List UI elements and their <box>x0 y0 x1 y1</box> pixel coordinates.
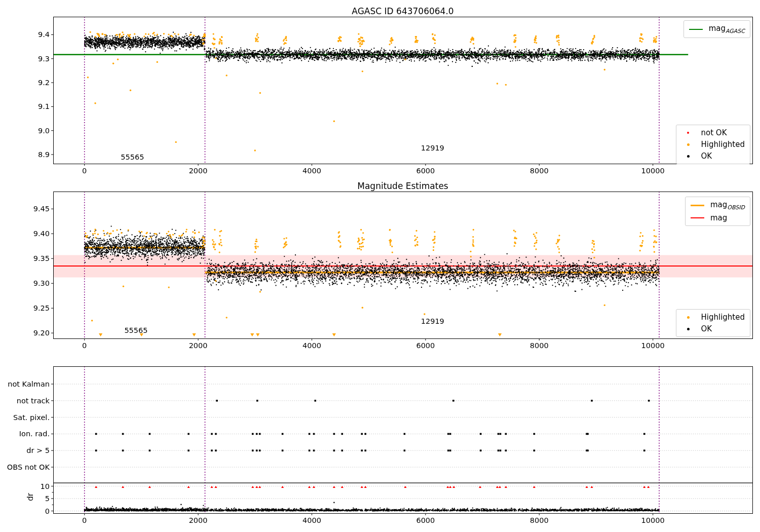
legend-row: Highlighted <box>681 313 745 322</box>
legend-label-mag-agasc: magAGASC <box>709 24 745 34</box>
legend-row: magAGASC <box>689 24 745 34</box>
red-dot-icon <box>681 132 695 134</box>
dr-axis-label: dr <box>26 493 35 501</box>
obsid-annotation: 12919 <box>421 144 444 152</box>
legend-label-ok: OK <box>701 324 712 333</box>
black-dot-icon <box>681 328 695 330</box>
obsid-annotation: 55565 <box>124 326 147 334</box>
legend-row: magOBSID <box>691 200 745 211</box>
legend-label-ok: OK <box>701 151 712 161</box>
legend-label-highlighted: Highlighted <box>701 140 745 149</box>
legend-row: mag <box>691 213 745 222</box>
legend-row: OK <box>681 151 745 161</box>
legend-mag-lines: magOBSID mag <box>685 197 750 226</box>
legend-point-status: not OK Highlighted OK <box>676 125 750 164</box>
top-plot-title: AGASC ID 643706064.0 <box>53 6 752 16</box>
legend-highlight-status: Highlighted OK <box>676 309 750 337</box>
figure: AGASC ID 643706064.0 Magnitude Estimates… <box>0 0 760 532</box>
orange-dot-icon <box>681 316 695 319</box>
black-dot-icon <box>681 155 695 158</box>
legend-row: Highlighted <box>681 140 745 149</box>
legend-row: not OK <box>681 128 745 137</box>
middle-plot-title: Magnitude Estimates <box>53 181 752 191</box>
orange-line-swatch <box>691 205 704 206</box>
legend-label-not-ok: not OK <box>701 128 727 137</box>
legend-mag-agasc: magAGASC <box>683 20 750 38</box>
obsid-annotation: 12919 <box>421 317 444 325</box>
legend-label-highlighted: Highlighted <box>701 313 745 322</box>
legend-label-mag-obsid: magOBSID <box>710 200 745 211</box>
red-line-swatch <box>691 217 704 218</box>
obsid-annotation: 55565 <box>121 153 144 161</box>
legend-label-mag: mag <box>710 213 727 222</box>
plot-canvas <box>0 0 760 532</box>
legend-row: OK <box>681 324 745 333</box>
green-line-swatch <box>689 29 703 30</box>
orange-dot-icon <box>681 143 695 146</box>
